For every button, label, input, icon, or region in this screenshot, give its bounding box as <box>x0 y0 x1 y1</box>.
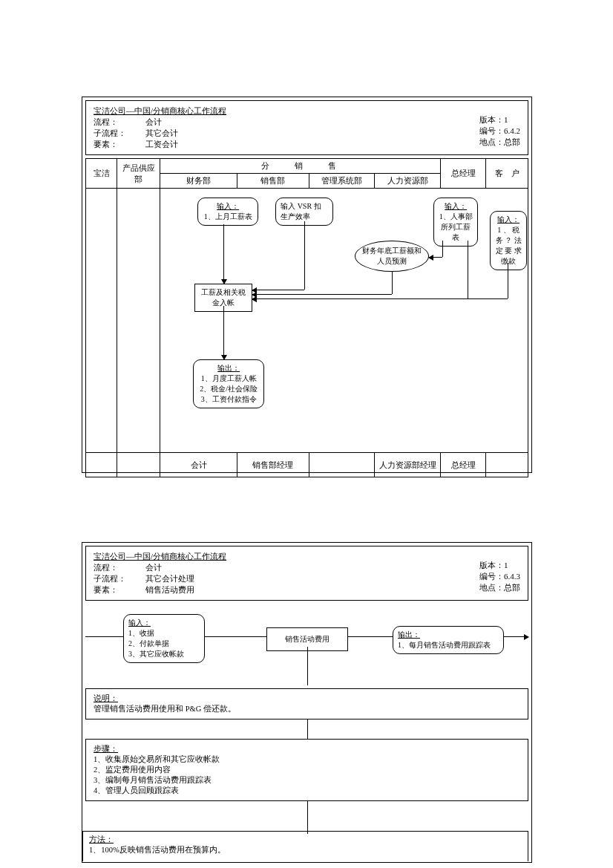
arrow-hr-proc-v <box>468 241 468 298</box>
d2-explain-box: 说明： 管理销售活动费用使用和 P&G 偿还款。 <box>85 688 528 719</box>
d2-in-2: 2、付款单据 <box>128 639 169 647</box>
node-input-cust: 输入： 1 、 税务 ？ 法定 要 求缴款 <box>490 211 527 270</box>
n-out-1: 1、月度工薪人帐 <box>201 374 257 382</box>
col-sales: 销售部 <box>237 174 309 189</box>
n-in1-1: 1、上月工薪表 <box>204 212 252 221</box>
n-out-3: 3、工资付款指令 <box>201 395 257 403</box>
d1-code-v: 6.4.2 <box>504 126 520 135</box>
d2-in-1: 1、收据 <box>128 629 154 637</box>
diagram1-header: 宝洁公司—中国/分销商核心工作流程 流程： 会计 子流程： 其它会计 要素： 工… <box>85 100 528 155</box>
d2-conn-1 <box>307 719 308 739</box>
d1-r2v: 其它会计 <box>145 128 257 139</box>
d2-ver-l: 版本： <box>479 561 504 570</box>
d2-in-t: 输入： <box>128 619 151 627</box>
d1-ver-l: 版本： <box>479 115 504 124</box>
arrow-vsr-h <box>252 290 304 290</box>
node-output: 输出： 1、月度工薪人帐 2、税金/社会保险 3、工资付款指令 <box>193 359 264 408</box>
d1-loc-l: 地点： <box>479 137 504 146</box>
n-out-t: 输出： <box>217 364 240 372</box>
d2-r3v: 销售活动费用 <box>145 584 257 595</box>
d2-method-title: 方法： <box>89 835 522 845</box>
d1-code-l: 编号： <box>479 126 504 135</box>
d2-step-2: 2、监定费用使用内容 <box>94 765 520 775</box>
d2-r2v: 其它会计处理 <box>145 573 257 584</box>
node-input-hr: 输入： 1、人事部所列工薪表 <box>433 198 478 247</box>
arrow-cust-v <box>508 263 508 298</box>
d2-in-3: 3、其它应收帐款 <box>128 650 184 658</box>
d2-step-1: 1、收集原始交易所和其它应收帐款 <box>94 754 520 765</box>
col-hr: 人力资源部 <box>375 174 441 189</box>
d2-r1l: 流程： <box>94 562 145 573</box>
n-vsr: 输入 VSR 扣生产效率 <box>281 202 321 221</box>
d1-r3v: 工资会计 <box>145 139 257 150</box>
d2-r1v: 会计 <box>145 562 257 573</box>
foot-gm: 总经理 <box>440 453 486 477</box>
n-in1-t: 输入： <box>217 202 239 210</box>
arrow-fc-h <box>252 294 392 295</box>
d2-r3l: 要素： <box>94 584 145 595</box>
d2-explain-body: 管理销售活动费用使用和 P&G 偿还款。 <box>94 704 520 714</box>
col-group: 分 销 售 <box>160 159 441 174</box>
d2-step-4: 4、管理人员回顾跟踪表 <box>94 786 520 796</box>
d2-method-box: 方法： 1、100%反映销售活动费用在预算内。 <box>82 831 528 861</box>
d2-method-1: 1、100%反映销售活动费用在预算内。 <box>89 845 522 855</box>
col-prod: 产品供应部 <box>117 159 160 189</box>
arrow-fc-v <box>392 272 393 294</box>
d2-c: 销售活动费用 <box>285 635 330 643</box>
d2-conn-2 <box>307 801 308 834</box>
node-forecast: 财务年底工薪额和人员预测 <box>355 241 429 272</box>
d2-title: 宝洁公司—中国/分销商核心工作流程 <box>94 551 520 562</box>
d2-ver-v: 1 <box>504 561 508 570</box>
col-cust: 客 户 <box>486 159 528 189</box>
d1-r2l: 子流程： <box>94 128 145 139</box>
arrow-hr-fc-h <box>429 257 442 258</box>
d2-explain-title: 说明： <box>94 694 520 704</box>
foot-sales: 销售部经理 <box>237 453 309 477</box>
d2-loc-l: 地点： <box>479 583 504 592</box>
n-proc: 工薪及相关税金入帐 <box>201 288 246 307</box>
col-gm: 总经理 <box>440 159 486 189</box>
d2-steps-box: 步骤： 1、收集原始交易所和其它应收帐款 2、监定费用使用内容 3、编制每月销售… <box>85 739 528 801</box>
d2-out-1: 1、每月销售活动费用跟踪表 <box>398 641 491 649</box>
d1-r1l: 流程： <box>94 117 145 128</box>
d2-flow-canvas: 输入： 1、收据 2、付款单据 3、其它应收帐款 销售活动费用 输出： 1、每月… <box>82 604 531 685</box>
col-mgmt: 管理系统部 <box>309 174 375 189</box>
swimlane-table: 宝洁 产品供应部 分 销 售 总经理 客 户 财务部 销售部 管理系统部 人力资… <box>85 158 528 477</box>
d1-r1v: 会计 <box>145 117 257 128</box>
d2-output: 输出： 1、每月销售活动费用跟踪表 <box>393 626 504 654</box>
d2-steps-title: 步骤： <box>94 744 520 754</box>
arrow-hr-fc-v <box>442 241 443 257</box>
d2-center-down <box>307 647 308 685</box>
diagram2-header: 宝洁公司—中国/分销商核心工作流程 流程： 会计 子流程： 其它会计处理 要素：… <box>85 546 528 601</box>
n-hr-1: 1、人事部所列工薪表 <box>439 212 473 241</box>
d2-step-3: 3、编制每月销售活动费用跟踪表 <box>94 775 520 786</box>
n-hr-t: 输入： <box>445 202 467 210</box>
arrow-vsr-v <box>304 221 305 290</box>
n-c-t: 输入： <box>497 215 519 223</box>
n-c-1: 1 、 税务 ？ 法定 要 求缴款 <box>496 226 522 265</box>
node-input-last-month: 输入： 1、上月工薪表 <box>197 198 258 226</box>
n-out-2: 2、税金/社会保险 <box>200 385 258 393</box>
arrow-cust-h <box>252 298 508 299</box>
swimlane-canvas: 输入： 1、上月工薪表 输入 VSR 扣生产效率 财务年底工薪额和人员预测 <box>160 189 528 452</box>
d2-r2l: 子流程： <box>94 573 145 584</box>
d2-out-t: 输出： <box>398 630 420 639</box>
arrow-in1-proc <box>223 224 224 284</box>
d1-r3l: 要素： <box>94 139 145 150</box>
d2-code-v: 6.4.3 <box>504 572 520 581</box>
col-bj: 宝洁 <box>86 159 117 189</box>
d1-title: 宝洁公司—中国/分销商核心工作流程 <box>94 105 520 117</box>
foot-hr: 人力资源部经理 <box>375 453 441 477</box>
n-fc: 财务年底工薪额和人员预测 <box>360 246 424 267</box>
col-fin: 财务部 <box>160 174 237 189</box>
d2-code-l: 编号： <box>479 572 504 581</box>
d1-loc-v: 总部 <box>504 137 520 146</box>
d2-loc-v: 总部 <box>504 583 520 592</box>
foot-fin: 会计 <box>160 453 237 477</box>
d1-ver-v: 1 <box>504 115 508 124</box>
d2-input: 输入： 1、收据 2、付款单据 3、其它应收帐款 <box>123 614 205 663</box>
arrow-proc-out <box>223 306 224 359</box>
